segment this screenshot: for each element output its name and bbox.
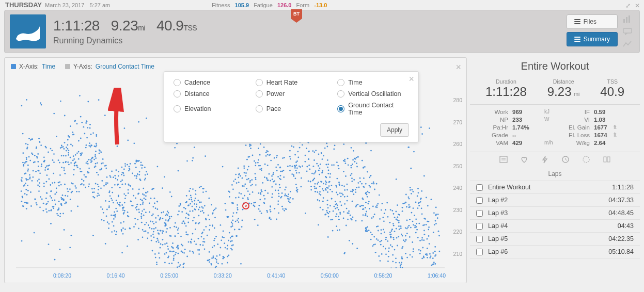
svg-point-277	[138, 228, 139, 230]
svg-point-294	[438, 231, 439, 232]
lap-checkbox[interactable]	[476, 210, 483, 217]
svg-point-1188	[24, 173, 25, 175]
svg-point-682	[392, 223, 394, 224]
svg-point-1533	[48, 244, 50, 245]
svg-point-1419	[418, 223, 420, 224]
lap-row[interactable]: Entire Workout1:11:28	[470, 181, 640, 194]
clock-icon[interactable]	[561, 155, 570, 166]
svg-point-1138	[118, 175, 119, 177]
svg-point-1367	[322, 188, 323, 190]
svg-point-1231	[390, 245, 391, 246]
axis-option[interactable]: Vertical Oscillation	[337, 90, 409, 98]
axis-option[interactable]: Power	[256, 90, 327, 98]
svg-point-1669	[393, 213, 395, 215]
svg-point-1204	[72, 160, 74, 161]
svg-rect-1755	[607, 157, 610, 162]
svg-point-1095	[34, 199, 36, 200]
lap-checkbox[interactable]	[476, 184, 483, 191]
svg-point-147	[227, 262, 228, 264]
svg-point-421	[59, 162, 60, 164]
svg-point-309	[343, 218, 344, 219]
lap-row[interactable]: Lap #605:10.84	[470, 246, 640, 258]
comment-icon[interactable]	[623, 28, 632, 37]
svg-point-1143	[433, 232, 434, 233]
lap-checkbox[interactable]	[476, 197, 483, 204]
axis-option[interactable]: Ground Contact Time	[337, 102, 409, 116]
x-axis-link[interactable]: Time	[42, 63, 55, 70]
svg-point-221	[43, 186, 45, 187]
svg-point-694	[199, 222, 200, 223]
svg-point-1492	[50, 196, 51, 197]
axis-option[interactable]: Distance	[174, 90, 245, 98]
panel-close-icon[interactable]: ×	[455, 62, 461, 73]
axis-option[interactable]: Elevation	[174, 102, 245, 116]
svg-point-173	[99, 153, 100, 154]
svg-point-1376	[405, 239, 407, 241]
svg-point-236	[326, 182, 327, 183]
svg-point-432	[151, 215, 153, 217]
svg-point-877	[245, 175, 247, 176]
svg-point-100	[124, 165, 126, 167]
svg-point-559	[281, 171, 283, 172]
svg-point-153	[69, 247, 71, 248]
axis-option[interactable]: Pace	[256, 102, 327, 116]
files-button[interactable]: Files	[567, 14, 618, 29]
svg-point-638	[356, 157, 357, 158]
lap-row[interactable]: Lap #504:22.35	[470, 233, 640, 246]
svg-point-1612	[135, 161, 137, 163]
svg-point-54	[87, 161, 88, 163]
svg-point-1106	[150, 198, 152, 199]
svg-point-1574	[402, 267, 403, 268]
svg-point-226	[168, 212, 169, 214]
svg-point-731	[266, 210, 268, 212]
svg-point-1663	[26, 158, 27, 160]
svg-point-392	[349, 240, 350, 241]
lap-list: Entire Workout1:11:28Lap #204:37.33Lap #…	[470, 181, 640, 258]
lap-row[interactable]: Lap #204:37.33	[470, 194, 640, 207]
lap-checkbox[interactable]	[476, 249, 483, 255]
grid-icon[interactable]	[602, 155, 611, 166]
lap-row[interactable]: Lap #304:48.45	[470, 207, 640, 220]
lap-row[interactable]: Lap #404:43	[470, 220, 640, 233]
svg-point-1222	[395, 257, 397, 259]
svg-point-1214	[344, 252, 345, 253]
svg-point-1323	[279, 167, 281, 169]
y-axis-link[interactable]: Ground Contact Time	[96, 63, 154, 70]
popover-close-icon[interactable]: ×	[409, 74, 414, 85]
bar-chart-icon[interactable]	[623, 15, 632, 25]
svg-point-1181	[242, 198, 244, 199]
svg-point-1233	[297, 151, 299, 153]
dotted-circle-icon[interactable]	[582, 155, 591, 166]
svg-point-897	[415, 232, 417, 234]
bolt-icon[interactable]	[540, 155, 549, 166]
svg-point-53	[345, 163, 347, 164]
close-icon[interactable]: ✕	[635, 2, 640, 9]
svg-point-1431	[175, 236, 176, 237]
svg-point-741	[48, 152, 49, 153]
lap-checkbox[interactable]	[476, 223, 483, 230]
axis-option[interactable]: Heart Rate	[256, 79, 327, 86]
heart-icon[interactable]	[520, 155, 529, 166]
line-chart-icon[interactable]	[623, 40, 632, 50]
svg-point-327	[253, 202, 255, 204]
lap-checkbox[interactable]	[476, 236, 483, 242]
svg-point-1454	[195, 229, 196, 230]
axis-option[interactable]: Time	[337, 79, 409, 86]
svg-point-411	[64, 203, 66, 204]
svg-point-443	[409, 207, 410, 208]
axis-option[interactable]: Cadence	[174, 79, 245, 86]
svg-point-82	[217, 244, 218, 245]
svg-point-1377	[381, 233, 382, 235]
svg-point-947	[213, 240, 215, 241]
svg-point-898	[140, 216, 142, 217]
svg-point-1012	[427, 205, 429, 207]
summary-button[interactable]: Summary	[567, 32, 618, 46]
svg-point-183	[396, 179, 397, 180]
svg-point-1063	[249, 144, 250, 145]
svg-point-1189	[174, 147, 176, 149]
list-icon[interactable]	[499, 155, 508, 166]
apply-button[interactable]: Apply	[380, 123, 409, 137]
svg-point-829	[271, 175, 273, 177]
expand-icon[interactable]: ⤢	[625, 2, 631, 9]
svg-point-1653	[329, 173, 331, 175]
